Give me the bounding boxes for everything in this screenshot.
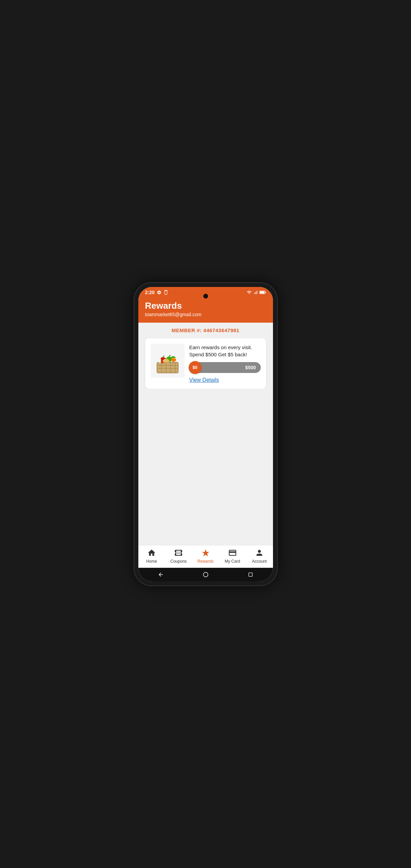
member-section: MEMBER #: 446743647981 <box>138 323 273 338</box>
main-content: MEMBER #: 446743647981 <box>138 323 273 545</box>
grocery-basket-icon <box>152 345 183 376</box>
account-icon <box>255 548 264 558</box>
battery-icon <box>259 290 266 294</box>
view-details-link[interactable]: View Details <box>189 377 219 383</box>
user-email: townmarket65@gmail.com <box>145 312 266 317</box>
card-image <box>151 344 185 378</box>
android-back-button[interactable] <box>157 571 164 578</box>
settings-icon <box>157 290 161 295</box>
nav-item-mycard[interactable]: My Card <box>219 548 246 564</box>
rewards-label: Rewards <box>198 559 213 564</box>
android-nav <box>138 568 273 581</box>
card-description: Earn rewards on every visit. Spend $500 … <box>189 344 261 358</box>
android-home-button[interactable] <box>202 571 209 578</box>
camera-notch <box>203 294 208 299</box>
app-header: Rewards townmarket65@gmail.com <box>138 296 273 323</box>
svg-rect-3 <box>157 362 178 373</box>
card-info: Earn rewards on every visit. Spend $500 … <box>189 344 261 383</box>
svg-rect-2 <box>265 292 266 293</box>
wifi-icon <box>246 290 252 295</box>
member-number: MEMBER #: 446743647981 <box>172 327 239 333</box>
nav-item-rewards[interactable]: Rewards <box>192 548 219 564</box>
nav-wrapper: Home Coupons <box>138 545 273 568</box>
status-time: 2:20 <box>145 290 155 295</box>
coupons-icon <box>174 548 183 558</box>
sim-icon <box>164 290 168 295</box>
svg-point-12 <box>171 358 176 362</box>
nav-item-home[interactable]: Home <box>138 548 165 564</box>
status-icons <box>246 290 266 295</box>
home-label: Home <box>146 559 157 564</box>
rewards-card: Earn rewards on every visit. Spend $500 … <box>145 338 266 389</box>
mycard-icon <box>228 548 237 558</box>
phone-screen: 2:20 <box>138 287 273 581</box>
status-left: 2:20 <box>145 290 168 295</box>
phone-frame: 2:20 <box>134 283 277 585</box>
svg-rect-18 <box>249 573 252 576</box>
page-title: Rewards <box>145 301 266 311</box>
rewards-icon <box>201 548 210 558</box>
progress-bar: $0 $500 <box>189 362 261 373</box>
nav-item-coupons[interactable]: Coupons <box>165 548 192 564</box>
signal-icon <box>253 290 258 295</box>
nav-item-account[interactable]: Account <box>246 548 273 564</box>
progress-end-label: $500 <box>245 365 256 370</box>
svg-point-17 <box>203 572 208 577</box>
svg-rect-15 <box>158 359 161 362</box>
empty-space <box>138 389 273 491</box>
svg-rect-1 <box>260 291 264 293</box>
coupons-label: Coupons <box>170 559 187 564</box>
bottom-nav: Home Coupons <box>138 545 273 568</box>
svg-point-14 <box>163 359 169 362</box>
mycard-label: My Card <box>225 559 240 564</box>
progress-start-badge: $0 <box>189 361 202 374</box>
account-label: Account <box>252 559 267 564</box>
android-recents-button[interactable] <box>247 571 254 578</box>
svg-rect-16 <box>158 358 160 359</box>
home-icon <box>147 548 156 558</box>
